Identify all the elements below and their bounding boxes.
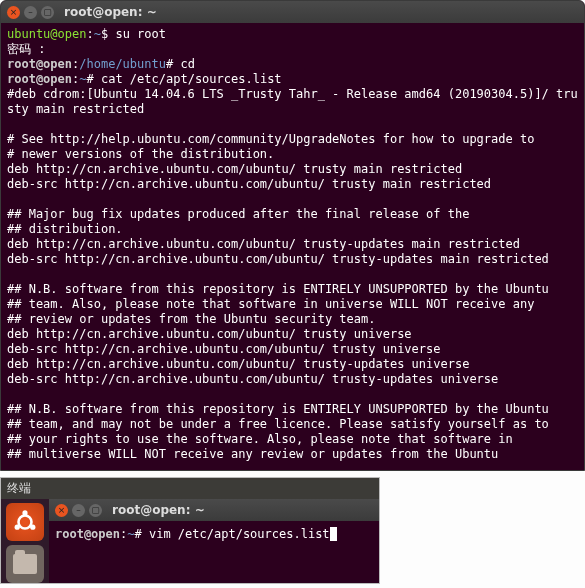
terminal-line — [7, 117, 578, 132]
minimize-icon[interactable]: – — [72, 504, 85, 517]
terminal-line — [7, 267, 578, 282]
prompt-path: ~ — [79, 72, 86, 86]
unity-launcher — [1, 499, 49, 583]
prompt-sep: # — [135, 527, 142, 541]
prompt-path: ~ — [127, 527, 134, 541]
prompt-user: root@open — [55, 527, 120, 541]
terminal-line: ## team. Also, please note that software… — [7, 297, 578, 312]
terminal-output[interactable]: ubuntu@open:~$ su root密码 :root@open:/hom… — [1, 23, 584, 470]
terminal-line: ## multiverse WILL NOT receive any revie… — [7, 447, 578, 462]
terminal-line: deb-src http://cn.archive.ubuntu.com/ubu… — [7, 252, 578, 267]
cursor — [330, 527, 337, 541]
terminal-line: # newer versions of the distribution. — [7, 147, 578, 162]
files-icon[interactable] — [6, 545, 44, 583]
prompt-user: root@open — [7, 72, 72, 86]
terminal-line: deb-src http://cn.archive.ubuntu.com/ubu… — [7, 342, 578, 357]
command-text: vim /etc/apt/sources.list — [142, 527, 330, 541]
prompt-user: root@open — [7, 57, 72, 71]
terminal-line: ubuntu@open:~$ su root — [7, 27, 578, 42]
maximize-icon[interactable]: ▢ — [89, 504, 102, 517]
dash-icon[interactable] — [6, 503, 44, 541]
window-title: root@open: ~ — [64, 5, 157, 19]
minimize-icon[interactable]: – — [24, 6, 37, 19]
window-title: root@open: ~ — [112, 503, 205, 517]
close-icon[interactable]: × — [55, 504, 68, 517]
command-text: cat /etc/apt/sources.list — [94, 72, 282, 86]
terminal-line: #deb cdrom:[Ubuntu 14.04.6 LTS _Trusty T… — [7, 87, 578, 117]
command-text: su root — [108, 27, 166, 41]
prompt-path: ~ — [94, 27, 101, 41]
terminal-line: ## N.B. software from this repository is… — [7, 402, 578, 417]
terminal-line: root@open:/home/ubuntu# cd — [7, 57, 578, 72]
terminal-line: root@open:~# cat /etc/apt/sources.list — [7, 72, 578, 87]
terminal-line: ## Major bug fix updates produced after … — [7, 207, 578, 222]
watermark-text: https://blog.csdn.net/lrde @51CTO博客 — [0, 584, 585, 588]
command-text: cd — [173, 57, 195, 71]
terminal-line: ## review or updates from the Ubuntu sec… — [7, 312, 578, 327]
terminal-output[interactable]: root@open:~# vim /etc/apt/sources.list — [49, 521, 379, 563]
terminal-line: ## your rights to use the software. Also… — [7, 432, 578, 447]
terminal-line: deb-src http://cn.archive.ubuntu.com/ubu… — [7, 372, 578, 387]
terminal-line: ## team, and may not be under a free lic… — [7, 417, 578, 432]
terminal-line: deb http://cn.archive.ubuntu.com/ubuntu/… — [7, 357, 578, 372]
screenshot-bottom: 终端 × – ▢ root@open: ~ root@open — [0, 477, 380, 584]
svg-point-3 — [30, 525, 35, 530]
terminal-line: 密码 : — [7, 42, 578, 57]
terminal-line: ## distribution. — [7, 222, 578, 237]
terminal-line: # See http://help.ubuntu.com/community/U… — [7, 132, 578, 147]
terminal-window-bottom: × – ▢ root@open: ~ root@open:~# vim /etc… — [49, 499, 379, 563]
terminal-line: deb http://cn.archive.ubuntu.com/ubuntu/… — [7, 162, 578, 177]
ubuntu-logo-icon — [12, 509, 38, 535]
titlebar[interactable]: × – ▢ root@open: ~ — [1, 1, 584, 23]
panel-app-label: 终端 — [1, 478, 379, 499]
svg-point-2 — [15, 525, 20, 530]
close-icon[interactable]: × — [7, 6, 20, 19]
svg-point-0 — [19, 516, 32, 529]
terminal-line — [7, 192, 578, 207]
svg-point-1 — [22, 510, 27, 515]
terminal-line: deb http://cn.archive.ubuntu.com/ubuntu/… — [7, 327, 578, 342]
prompt-user: ubuntu@open — [7, 27, 86, 41]
prompt-path: /home/ubuntu — [79, 57, 166, 71]
terminal-line: ## N.B. software from this repository is… — [7, 282, 578, 297]
terminal-line — [7, 387, 578, 402]
maximize-icon[interactable]: ▢ — [41, 6, 54, 19]
terminal-window-top: × – ▢ root@open: ~ ubuntu@open:~$ su roo… — [0, 0, 585, 471]
terminal-line: deb http://cn.archive.ubuntu.com/ubuntu/… — [7, 237, 578, 252]
titlebar[interactable]: × – ▢ root@open: ~ — [49, 499, 379, 521]
terminal-line: deb-src http://cn.archive.ubuntu.com/ubu… — [7, 177, 578, 192]
folder-icon — [13, 554, 37, 574]
